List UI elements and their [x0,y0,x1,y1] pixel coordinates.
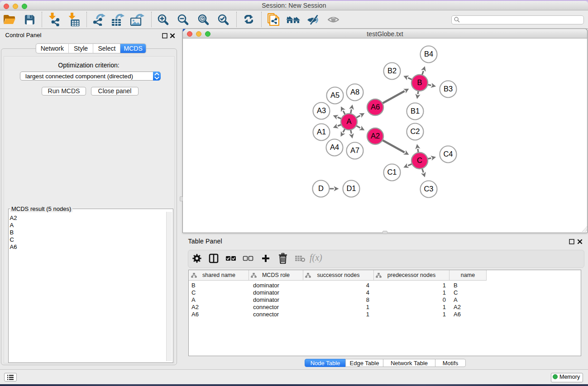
svg-text:A6: A6 [371,103,380,111]
svg-text:D: D [318,184,324,192]
svg-text:A3: A3 [317,106,326,114]
svg-text:C4: C4 [443,150,453,158]
svg-text:C3: C3 [424,185,433,193]
svg-text:C1: C1 [387,168,397,176]
svg-text:A4: A4 [330,143,339,151]
svg-text:A1: A1 [317,128,326,136]
svg-text:A: A [346,117,351,125]
svg-text:C2: C2 [410,127,420,135]
svg-text:B2: B2 [387,67,397,75]
svg-text:C: C [417,156,422,164]
svg-text:A2: A2 [371,132,380,140]
svg-text:B1: B1 [411,107,420,115]
svg-text:B4: B4 [424,50,433,58]
svg-text:A7: A7 [350,146,359,154]
svg-text:A5: A5 [330,91,339,99]
svg-text:B3: B3 [444,85,453,93]
svg-text:B: B [417,78,422,86]
svg-text:D1: D1 [346,184,356,192]
svg-text:A8: A8 [350,88,359,96]
